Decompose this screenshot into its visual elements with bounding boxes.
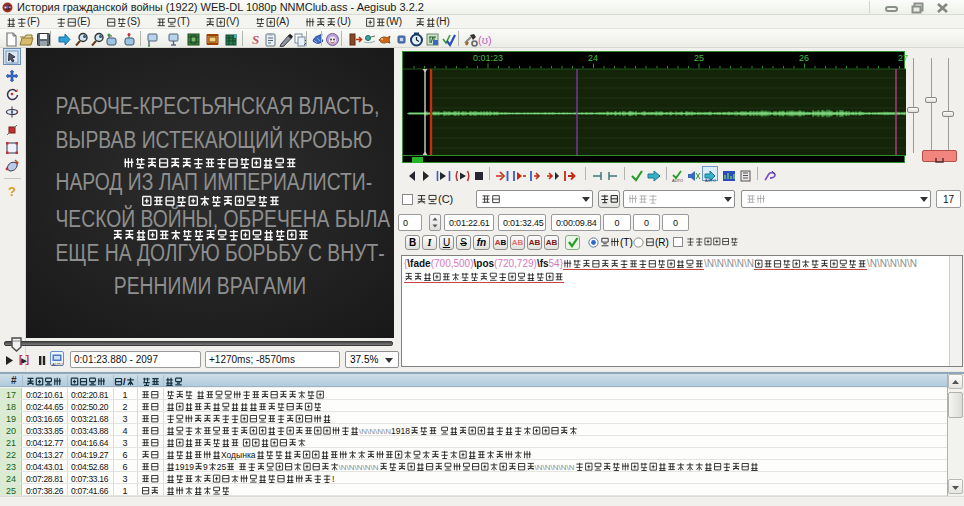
svg-text:AUTO: AUTO — [52, 362, 63, 367]
svg-text:S: S — [252, 32, 259, 47]
svg-text:AUTO: AUTO — [705, 178, 716, 182]
svg-text:?: ? — [8, 184, 16, 198]
svg-text:AUTO: AUTO — [672, 178, 683, 182]
svg-text:(ʊ): (ʊ) — [478, 34, 492, 46]
